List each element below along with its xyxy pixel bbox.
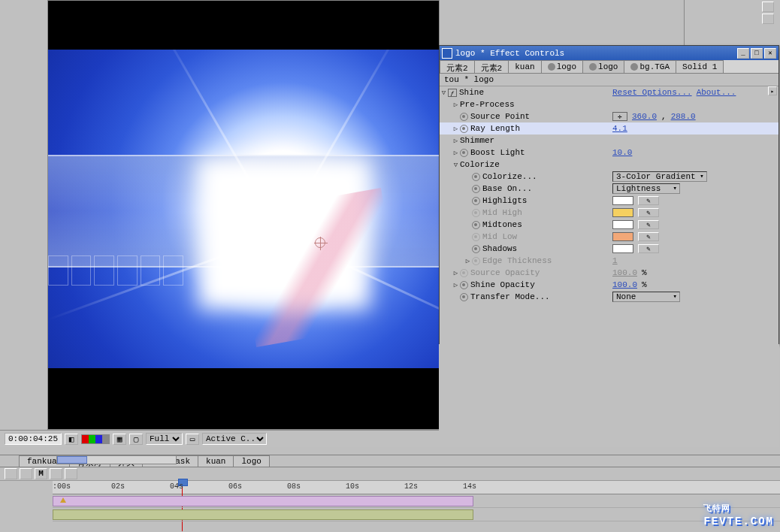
tab-kuan[interactable]: kuan [508,60,541,73]
prop-mid-high[interactable]: Mid High✎ [440,207,778,219]
tab-元素2[interactable]: 元素2 [440,60,475,73]
twirl-icon[interactable]: ▷ [452,149,460,157]
twirl-icon[interactable] [464,173,472,181]
prop-colorize[interactable]: ▽Colorize [440,159,778,171]
twirl-icon[interactable]: ▷ [452,269,460,277]
twirl-icon[interactable] [464,233,472,241]
twirl-icon[interactable] [464,221,472,229]
stopwatch-icon[interactable] [472,245,480,253]
stopwatch-icon[interactable] [460,293,468,301]
eyedropper-icon[interactable]: ✎ [638,244,659,253]
twirl-icon[interactable]: ▷ [452,281,460,289]
tab-Solid 1[interactable]: Solid 1 [676,60,724,73]
stopwatch-icon[interactable] [460,125,468,133]
twirl-icon[interactable] [464,209,472,217]
prop-value[interactable]: 100.0 [612,280,637,289]
zoom-dropdown[interactable]: Full [146,433,183,445]
stopwatch-icon[interactable] [460,269,468,277]
color-chip[interactable] [612,244,633,253]
layer-bar[interactable] [53,496,473,506]
crosshair-icon[interactable]: ✛ [612,112,627,121]
eyedropper-icon[interactable]: ✎ [638,196,659,205]
eyedropper-icon[interactable]: ✎ [638,220,659,229]
snapshot-button[interactable]: ◧ [65,434,78,445]
twirl-icon[interactable] [452,113,460,121]
prop-midtones[interactable]: Midtones✎ [440,219,778,231]
effect-header[interactable]: ▽ƒShineReset Options...About... [440,86,778,98]
twirl-icon[interactable] [464,197,472,205]
stopwatch-icon[interactable] [460,149,468,157]
track-row[interactable] [53,494,780,508]
tab-bg.TGA[interactable]: bg.TGA [624,60,676,73]
prop-shimmer[interactable]: ▷Shimmer [440,135,778,147]
color-chip[interactable] [612,220,633,229]
stopwatch-icon[interactable] [472,197,480,205]
timecode-field[interactable]: 0:00:04:25 [5,433,62,445]
twirl-icon[interactable]: ▷ [464,257,472,265]
twirl-icon[interactable]: ▷ [452,137,460,145]
prop-mid-low[interactable]: Mid Low✎ [440,231,778,243]
dropdown[interactable]: Lightness [612,183,680,194]
prop-edge-thickness[interactable]: ▷Edge Thickness1 [440,255,778,267]
panel-menu-arrow-icon[interactable]: ▸ [768,86,777,95]
stopwatch-icon[interactable] [472,257,480,265]
stopwatch-icon[interactable] [472,209,480,217]
prop-value[interactable]: 100.0 [612,268,637,277]
prop-shadows[interactable]: Shadows✎ [440,243,778,255]
timeline-tab-logo[interactable]: logo [233,455,269,467]
layer-bar[interactable] [53,509,473,520]
prop-boost-light[interactable]: ▷Boost Light10.0 [440,147,778,159]
stopwatch-icon[interactable] [472,233,480,241]
stopwatch-icon[interactable] [472,173,480,181]
panel-button-icon[interactable] [762,14,774,24]
color-chip[interactable] [612,208,633,217]
prop-colorize-[interactable]: Colorize...3-Color Gradient [440,171,778,183]
reset-link[interactable]: Reset Options... [612,88,692,97]
maximize-button[interactable]: □ [751,48,763,59]
timeline-tab-kuan[interactable]: kuan [198,455,234,467]
twirl-icon[interactable]: ▽ [452,161,460,169]
channel-buttons[interactable] [81,434,110,444]
color-chip[interactable] [612,196,633,205]
prop-value[interactable]: 4.1 [612,124,627,133]
about-link[interactable]: About... [697,88,736,97]
prop-pre-process[interactable]: ▷Pre-Process [440,98,778,110]
value-x[interactable]: 360.0 [632,112,657,121]
prop-shine-opacity[interactable]: ▷Shine Opacity100.0 % [440,279,778,291]
tl-tool-button[interactable] [5,468,17,479]
twirl-icon[interactable] [464,245,472,253]
prop-transfer-mode-[interactable]: Transfer Mode...None [440,291,778,303]
prop-base-on-[interactable]: Base On...Lightness [440,183,778,195]
motion-blur-button[interactable]: M [35,468,47,479]
twirl-icon[interactable] [464,185,472,193]
eyedropper-icon[interactable]: ✎ [638,232,659,241]
tl-tool-button[interactable] [20,468,32,479]
mask-button[interactable]: ▢ [129,434,143,445]
dropdown[interactable]: None [612,292,680,302]
close-button[interactable]: ✕ [764,48,776,59]
tl-tool-button[interactable] [50,468,62,479]
prop-source-opacity[interactable]: ▷Source Opacity100.0 % [440,267,778,279]
panel-titlebar[interactable]: logo * Effect Controls _ □ ✕ [440,46,778,60]
value-y[interactable]: 288.0 [671,112,696,121]
camera-dropdown[interactable]: Active C... [202,433,267,445]
minimize-button[interactable]: _ [737,48,749,59]
prop-value[interactable]: 1 [612,256,618,265]
time-ruler[interactable]: :00s02s04s06s08s10s12s14s [53,481,780,494]
prop-value[interactable]: 10.0 [612,148,632,157]
stopwatch-icon[interactable] [460,281,468,289]
twirl-icon[interactable]: ▷ [452,125,460,133]
stopwatch-icon[interactable] [472,185,480,193]
twirl-icon[interactable] [452,293,460,301]
eyedropper-icon[interactable]: ✎ [638,208,659,217]
prop-source-point[interactable]: Source Point✛360.0,288.0 [440,110,778,122]
tab-元素2[interactable]: 元素2 [474,60,509,73]
tl-tool-button[interactable] [65,468,77,479]
tab-logo[interactable]: logo [541,60,583,73]
color-chip[interactable] [612,232,633,241]
prop-highligts[interactable]: Highligts✎ [440,195,778,207]
fx-icon[interactable]: ƒ [448,89,457,97]
region-button[interactable]: ▭ [186,434,199,445]
panel-menu-icon[interactable] [762,2,774,12]
zoom-thumb[interactable] [57,456,87,464]
